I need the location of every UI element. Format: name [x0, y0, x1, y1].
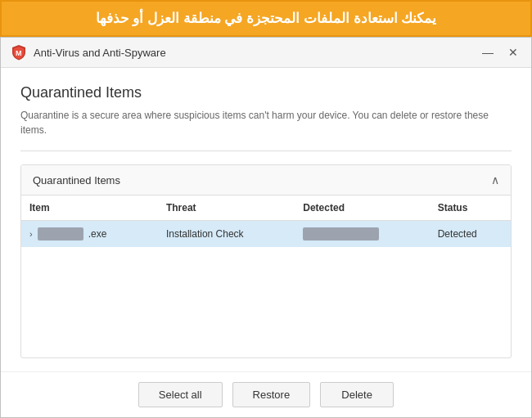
col-threat: Threat — [158, 196, 295, 221]
footer: Select all Restore Delete — [1, 371, 531, 417]
svg-text:M: M — [16, 49, 22, 57]
quarantine-table: Item Threat Detected Status › xxxxxxxx — [21, 196, 511, 247]
item-ext: .exe — [88, 228, 107, 240]
title-bar-left: M Anti-Virus and Anti-Spyware — [11, 44, 166, 61]
minimize-button[interactable]: — — [479, 46, 497, 59]
col-item: Item — [21, 196, 158, 221]
col-detected: Detected — [295, 196, 429, 221]
delete-button[interactable]: Delete — [320, 382, 394, 407]
page-title: Quarantined Items — [20, 84, 512, 101]
window-title: Anti-Virus and Anti-Spyware — [34, 47, 166, 59]
table-row[interactable]: › xxxxxxxx .exe Installation Check xxxxx… — [21, 221, 511, 248]
main-content: Quarantined Items Quarantine is a secure… — [1, 68, 531, 371]
select-all-button[interactable]: Select all — [138, 382, 223, 407]
table-wrapper: Item Threat Detected Status › xxxxxxxx — [21, 196, 511, 357]
item-cell: › xxxxxxxx .exe — [21, 221, 158, 248]
chevron-up-icon[interactable]: ∧ — [491, 173, 499, 187]
panel-header-title: Quarantined Items — [33, 174, 120, 187]
panel-header: Quarantined Items ∧ — [21, 165, 511, 196]
close-button[interactable]: ✕ — [505, 46, 521, 59]
row-expand-icon[interactable]: › — [29, 229, 33, 239]
detected-cell: xxxxxxxx xxx xx — [295, 221, 429, 248]
detected-value-blurred: xxxxxxxx xxx xx — [303, 227, 379, 240]
item-name-blurred: xxxxxxxx — [38, 227, 83, 240]
table-header-row: Item Threat Detected Status — [21, 196, 511, 221]
quarantine-panel: Quarantined Items ∧ Item Threat Detected… — [20, 164, 512, 358]
threat-cell: Installation Check — [158, 221, 295, 248]
app-icon: M — [11, 44, 27, 61]
main-window: M Anti-Virus and Anti-Spyware — ✕ Quaran… — [0, 37, 532, 418]
title-bar-controls: — ✕ — [479, 46, 521, 59]
top-banner: يمكنك استعادة الملفات المحتجزة في منطقة … — [0, 0, 532, 37]
title-bar: M Anti-Virus and Anti-Spyware — ✕ — [1, 38, 531, 68]
col-status: Status — [430, 196, 511, 221]
banner-text: يمكنك استعادة الملفات المحتجزة في منطقة … — [96, 11, 437, 26]
restore-button[interactable]: Restore — [232, 382, 311, 407]
page-description: Quarantine is a secure area where suspic… — [20, 108, 512, 151]
status-cell: Detected — [430, 221, 511, 248]
